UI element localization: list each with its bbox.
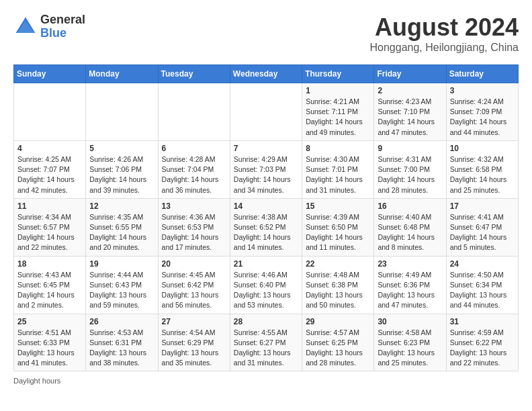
weekday-header-saturday: Saturday (446, 65, 518, 83)
calendar-body: 1Sunrise: 4:21 AM Sunset: 7:11 PM Daylig… (14, 83, 519, 371)
day-info: Sunrise: 4:26 AM Sunset: 7:06 PM Dayligh… (89, 154, 154, 195)
day-number: 21 (234, 259, 298, 269)
calendar-cell: 20Sunrise: 4:45 AM Sunset: 6:42 PM Dayli… (158, 256, 230, 314)
weekday-header-friday: Friday (374, 65, 446, 83)
day-number: 31 (450, 317, 515, 326)
calendar-cell: 9Sunrise: 4:31 AM Sunset: 7:00 PM Daylig… (374, 140, 446, 198)
day-info: Sunrise: 4:36 AM Sunset: 6:53 PM Dayligh… (162, 212, 226, 253)
calendar-cell: 3Sunrise: 4:24 AM Sunset: 7:09 PM Daylig… (446, 83, 518, 141)
day-info: Sunrise: 4:25 AM Sunset: 7:07 PM Dayligh… (17, 154, 82, 195)
calendar-week-1: 4Sunrise: 4:25 AM Sunset: 7:07 PM Daylig… (14, 140, 519, 198)
day-info: Sunrise: 4:30 AM Sunset: 7:01 PM Dayligh… (306, 154, 370, 195)
day-info: Sunrise: 4:39 AM Sunset: 6:50 PM Dayligh… (306, 212, 370, 253)
weekday-row: SundayMondayTuesdayWednesdayThursdayFrid… (14, 65, 519, 83)
weekday-header-tuesday: Tuesday (158, 65, 230, 83)
page-title: August 2024 (370, 13, 519, 42)
calendar-cell: 11Sunrise: 4:34 AM Sunset: 6:57 PM Dayli… (14, 198, 86, 256)
day-number: 23 (378, 259, 442, 269)
day-number: 17 (450, 201, 515, 211)
day-number: 3 (450, 86, 515, 95)
calendar-cell: 23Sunrise: 4:49 AM Sunset: 6:36 PM Dayli… (374, 256, 446, 314)
calendar-cell: 1Sunrise: 4:21 AM Sunset: 7:11 PM Daylig… (302, 83, 374, 141)
day-info: Sunrise: 4:59 AM Sunset: 6:22 PM Dayligh… (450, 328, 515, 369)
logo-icon (13, 15, 38, 39)
logo-text: General Blue (40, 13, 85, 40)
calendar-cell: 12Sunrise: 4:35 AM Sunset: 6:55 PM Dayli… (86, 198, 158, 256)
day-info: Sunrise: 4:31 AM Sunset: 7:00 PM Dayligh… (378, 154, 442, 195)
day-info: Sunrise: 4:55 AM Sunset: 6:27 PM Dayligh… (234, 328, 298, 369)
day-number: 10 (450, 144, 515, 153)
calendar-cell (14, 83, 86, 141)
day-info: Sunrise: 4:40 AM Sunset: 6:48 PM Dayligh… (378, 212, 442, 253)
day-number: 5 (89, 144, 154, 153)
day-info: Sunrise: 4:45 AM Sunset: 6:42 PM Dayligh… (162, 270, 226, 311)
day-info: Sunrise: 4:54 AM Sunset: 6:29 PM Dayligh… (162, 328, 226, 369)
calendar-cell (158, 83, 230, 141)
page-subtitle: Honggang, Heilongjiang, China (370, 42, 519, 54)
calendar-cell: 6Sunrise: 4:28 AM Sunset: 7:04 PM Daylig… (158, 140, 230, 198)
day-info: Sunrise: 4:35 AM Sunset: 6:55 PM Dayligh… (89, 212, 154, 253)
day-number: 24 (450, 259, 515, 269)
calendar-cell (86, 83, 158, 141)
day-number: 25 (17, 317, 82, 326)
calendar-cell: 2Sunrise: 4:23 AM Sunset: 7:10 PM Daylig… (374, 83, 446, 141)
day-number: 11 (17, 201, 82, 211)
day-info: Sunrise: 4:57 AM Sunset: 6:25 PM Dayligh… (306, 328, 370, 369)
day-info: Sunrise: 4:38 AM Sunset: 6:52 PM Dayligh… (234, 212, 298, 253)
day-number: 28 (234, 317, 298, 326)
calendar-week-3: 18Sunrise: 4:43 AM Sunset: 6:45 PM Dayli… (14, 256, 519, 314)
day-info: Sunrise: 4:34 AM Sunset: 6:57 PM Dayligh… (17, 212, 82, 253)
day-number: 26 (89, 317, 154, 326)
day-number: 15 (306, 201, 370, 211)
day-number: 29 (306, 317, 370, 326)
day-info: Sunrise: 4:50 AM Sunset: 6:34 PM Dayligh… (450, 270, 515, 311)
footer-note: Daylight hours (13, 377, 519, 385)
title-block: August 2024 Honggang, Heilongjiang, Chin… (370, 13, 519, 54)
day-info: Sunrise: 4:43 AM Sunset: 6:45 PM Dayligh… (17, 270, 82, 311)
day-info: Sunrise: 4:53 AM Sunset: 6:31 PM Dayligh… (89, 328, 154, 369)
calendar-cell: 16Sunrise: 4:40 AM Sunset: 6:48 PM Dayli… (374, 198, 446, 256)
day-info: Sunrise: 4:58 AM Sunset: 6:23 PM Dayligh… (378, 328, 442, 369)
calendar-cell: 26Sunrise: 4:53 AM Sunset: 6:31 PM Dayli… (86, 314, 158, 371)
calendar-cell: 5Sunrise: 4:26 AM Sunset: 7:06 PM Daylig… (86, 140, 158, 198)
day-info: Sunrise: 4:41 AM Sunset: 6:47 PM Dayligh… (450, 212, 515, 253)
day-info: Sunrise: 4:49 AM Sunset: 6:36 PM Dayligh… (378, 270, 442, 311)
logo: General Blue (13, 13, 85, 40)
weekday-header-wednesday: Wednesday (230, 65, 302, 83)
day-info: Sunrise: 4:23 AM Sunset: 7:10 PM Dayligh… (378, 97, 442, 138)
calendar-cell: 13Sunrise: 4:36 AM Sunset: 6:53 PM Dayli… (158, 198, 230, 256)
weekday-header-sunday: Sunday (14, 65, 86, 83)
calendar-week-2: 11Sunrise: 4:34 AM Sunset: 6:57 PM Dayli… (14, 198, 519, 256)
calendar-cell: 21Sunrise: 4:46 AM Sunset: 6:40 PM Dayli… (230, 256, 302, 314)
calendar-cell: 18Sunrise: 4:43 AM Sunset: 6:45 PM Dayli… (14, 256, 86, 314)
day-info: Sunrise: 4:32 AM Sunset: 6:58 PM Dayligh… (450, 154, 515, 195)
calendar-cell: 10Sunrise: 4:32 AM Sunset: 6:58 PM Dayli… (446, 140, 518, 198)
day-number: 14 (234, 201, 298, 211)
weekday-header-monday: Monday (86, 65, 158, 83)
calendar-week-4: 25Sunrise: 4:51 AM Sunset: 6:33 PM Dayli… (14, 314, 519, 371)
day-info: Sunrise: 4:46 AM Sunset: 6:40 PM Dayligh… (234, 270, 298, 311)
day-number: 4 (17, 144, 82, 153)
day-info: Sunrise: 4:24 AM Sunset: 7:09 PM Dayligh… (450, 97, 515, 138)
calendar-cell: 31Sunrise: 4:59 AM Sunset: 6:22 PM Dayli… (446, 314, 518, 371)
calendar-cell: 24Sunrise: 4:50 AM Sunset: 6:34 PM Dayli… (446, 256, 518, 314)
calendar-cell: 19Sunrise: 4:44 AM Sunset: 6:43 PM Dayli… (86, 256, 158, 314)
day-info: Sunrise: 4:51 AM Sunset: 6:33 PM Dayligh… (17, 328, 82, 369)
weekday-header-thursday: Thursday (302, 65, 374, 83)
day-number: 18 (17, 259, 82, 269)
calendar-cell: 25Sunrise: 4:51 AM Sunset: 6:33 PM Dayli… (14, 314, 86, 371)
day-number: 1 (306, 86, 370, 95)
calendar-cell: 4Sunrise: 4:25 AM Sunset: 7:07 PM Daylig… (14, 140, 86, 198)
day-number: 2 (378, 86, 442, 95)
day-number: 16 (378, 201, 442, 211)
calendar-cell: 30Sunrise: 4:58 AM Sunset: 6:23 PM Dayli… (374, 314, 446, 371)
calendar-cell: 22Sunrise: 4:48 AM Sunset: 6:38 PM Dayli… (302, 256, 374, 314)
page-header: General Blue August 2024 Honggang, Heilo… (13, 13, 519, 54)
calendar-cell: 7Sunrise: 4:29 AM Sunset: 7:03 PM Daylig… (230, 140, 302, 198)
logo-blue: Blue (40, 27, 85, 40)
calendar-cell: 15Sunrise: 4:39 AM Sunset: 6:50 PM Dayli… (302, 198, 374, 256)
calendar-cell: 14Sunrise: 4:38 AM Sunset: 6:52 PM Dayli… (230, 198, 302, 256)
day-number: 22 (306, 259, 370, 269)
day-number: 19 (89, 259, 154, 269)
calendar-week-0: 1Sunrise: 4:21 AM Sunset: 7:11 PM Daylig… (14, 83, 519, 141)
